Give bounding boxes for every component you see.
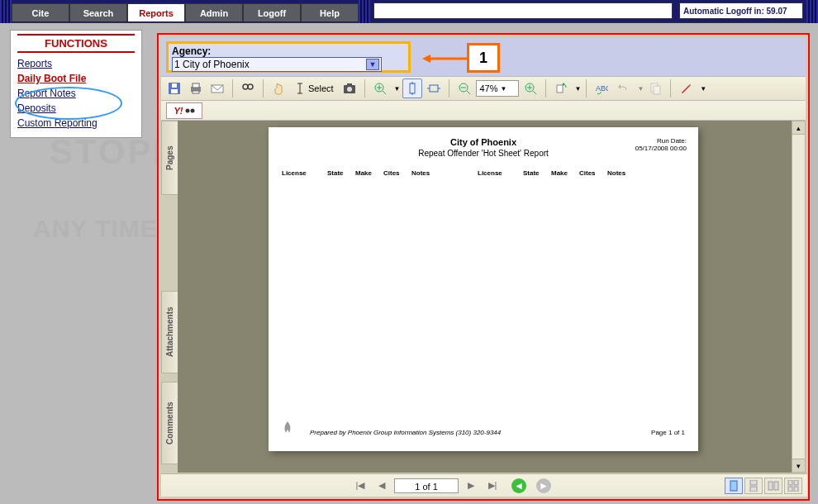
- nav-stripes-left: [0, 0, 12, 23]
- print-button[interactable]: [186, 78, 206, 98]
- svg-rect-19: [410, 83, 415, 93]
- nav-stripes-mid: [359, 0, 370, 23]
- report-title: City of Phoenix: [282, 137, 685, 147]
- email-button[interactable]: [207, 78, 227, 98]
- zoom-actual-button[interactable]: [521, 78, 540, 98]
- nav-tab-admin[interactable]: Admin: [185, 3, 243, 21]
- zoom-in-button[interactable]: [370, 78, 390, 98]
- toolbar-separator: [263, 79, 264, 97]
- single-page-view-button[interactable]: [725, 478, 743, 494]
- zoom-level-value: 47%: [480, 83, 498, 93]
- svg-rect-41: [788, 480, 792, 485]
- sidetab-pages[interactable]: Pages: [161, 121, 178, 195]
- snapshot-button[interactable]: [340, 78, 359, 98]
- chevron-down-icon[interactable]: ▼: [700, 85, 706, 93]
- report-canvas[interactable]: Run Date: 05/17/2008 00:00 City of Phoen…: [178, 121, 792, 473]
- vertical-scrollbar[interactable]: ▴ ▾: [792, 121, 806, 473]
- nav-forward-button[interactable]: ►: [536, 478, 551, 493]
- svg-line-25: [533, 91, 536, 94]
- yahoo-toolbar-button[interactable]: Y!: [166, 102, 202, 119]
- svg-point-9: [243, 84, 248, 89]
- last-page-button[interactable]: ▶|: [483, 478, 502, 494]
- nav-tab-reports[interactable]: Reports: [127, 3, 185, 21]
- page-number-field[interactable]: 1 of 1: [394, 478, 459, 493]
- svg-rect-43: [788, 487, 792, 492]
- facing-view-button[interactable]: [764, 478, 782, 494]
- nav-tab-logoff[interactable]: Logoff: [243, 3, 301, 21]
- spellcheck-button[interactable]: ABC: [592, 78, 611, 98]
- toolbar-separator: [449, 79, 449, 97]
- sidetab-comments[interactable]: Comments: [161, 382, 178, 464]
- chevron-down-icon[interactable]: ▼: [394, 85, 401, 93]
- toolbar-separator: [670, 79, 671, 97]
- rotate-button[interactable]: [551, 78, 571, 98]
- prev-page-button[interactable]: ◀: [373, 478, 391, 494]
- page-navigator: |◀ ◀ 1 of 1 ▶ ▶| ◄ ►: [351, 478, 551, 494]
- viewer-status-bar: |◀ ◀ 1 of 1 ▶ ▶| ◄ ►: [161, 473, 807, 497]
- report-columns-left: License State Make Cites Notes License S…: [282, 169, 685, 177]
- col-license: License: [282, 169, 327, 177]
- func-link-deposits[interactable]: Deposits: [17, 101, 135, 116]
- save-button[interactable]: [164, 78, 184, 98]
- svg-rect-37: [750, 480, 757, 485]
- sidetab-attachments[interactable]: Attachments: [161, 291, 178, 373]
- scroll-up-button[interactable]: ▴: [792, 121, 805, 135]
- fit-page-button[interactable]: [402, 78, 422, 98]
- func-link-reports[interactable]: Reports: [17, 56, 135, 71]
- hand-tool-button[interactable]: [269, 78, 288, 98]
- chevron-down-icon[interactable]: ▼: [575, 85, 582, 93]
- nav-tab-help[interactable]: Help: [301, 3, 359, 21]
- next-page-button[interactable]: ▶: [462, 478, 480, 494]
- sign-button[interactable]: [676, 78, 696, 98]
- col-notes: Notes: [607, 169, 657, 177]
- chevron-down-icon: ▼: [501, 85, 507, 93]
- func-link-report-notes[interactable]: Report Notes: [17, 86, 135, 101]
- fit-width-button[interactable]: [424, 78, 444, 98]
- select-tool-button[interactable]: Select: [290, 78, 338, 98]
- toolbar-separator: [545, 79, 546, 97]
- svg-rect-3: [171, 89, 178, 93]
- svg-text:ABC: ABC: [596, 84, 608, 93]
- run-date-block: Run Date: 05/17/2008 00:00: [635, 137, 687, 152]
- copy-button[interactable]: [645, 78, 665, 98]
- svg-rect-40: [774, 482, 778, 490]
- func-link-custom-reporting[interactable]: Custom Reporting: [17, 116, 135, 131]
- nav-stripes-right: [806, 0, 818, 23]
- zoom-out-button[interactable]: [454, 78, 474, 98]
- svg-rect-39: [768, 482, 773, 490]
- continuous-view-button[interactable]: [744, 478, 763, 494]
- chevron-down-icon[interactable]: ▼: [637, 85, 644, 93]
- col-cites: Cites: [579, 169, 607, 177]
- report-viewer: Agency: 1 City of Phoenix ▼ 1 Select: [157, 33, 810, 501]
- svg-line-22: [467, 91, 470, 94]
- svg-marker-31: [618, 84, 621, 89]
- continuous-facing-view-button[interactable]: [784, 478, 802, 494]
- agency-dropdown[interactable]: 1 City of Phoenix ▼: [172, 57, 382, 72]
- col-notes: Notes: [411, 169, 461, 177]
- col-make: Make: [355, 169, 383, 177]
- auto-logoff-time: 59.07: [767, 7, 787, 16]
- nav-back-button[interactable]: ◄: [511, 478, 526, 493]
- first-page-button[interactable]: |◀: [351, 478, 369, 494]
- func-link-daily-boot-file[interactable]: Daily Boot File: [17, 71, 135, 86]
- phoenix-logo-icon: [280, 420, 295, 440]
- text-cursor-icon: [294, 82, 306, 95]
- binoculars-icon: [185, 107, 195, 115]
- agency-dropdown-value: 1 City of Phoenix: [174, 59, 250, 70]
- svg-rect-20: [430, 85, 438, 92]
- zoom-level-field[interactable]: 47% ▼: [476, 80, 519, 97]
- svg-marker-1: [422, 55, 430, 63]
- report-page: Run Date: 05/17/2008 00:00 City of Phoen…: [269, 127, 698, 451]
- nav-search-input[interactable]: [373, 2, 673, 19]
- svg-rect-7: [193, 91, 199, 93]
- agency-band: Agency: 1 City of Phoenix ▼ 1: [161, 38, 806, 76]
- scroll-down-button[interactable]: ▾: [792, 459, 805, 472]
- auto-logoff-label: Automatic Logoff in:: [683, 7, 764, 16]
- svg-rect-42: [794, 480, 798, 485]
- nav-tab-cite[interactable]: Cite: [12, 3, 69, 21]
- find-button[interactable]: [238, 78, 258, 98]
- agency-label: Agency:: [172, 45, 405, 57]
- nav-tab-search[interactable]: Search: [69, 3, 127, 21]
- functions-panel: FUNCTIONS Reports Daily Boot File Report…: [10, 30, 142, 138]
- undo-button[interactable]: [613, 78, 633, 98]
